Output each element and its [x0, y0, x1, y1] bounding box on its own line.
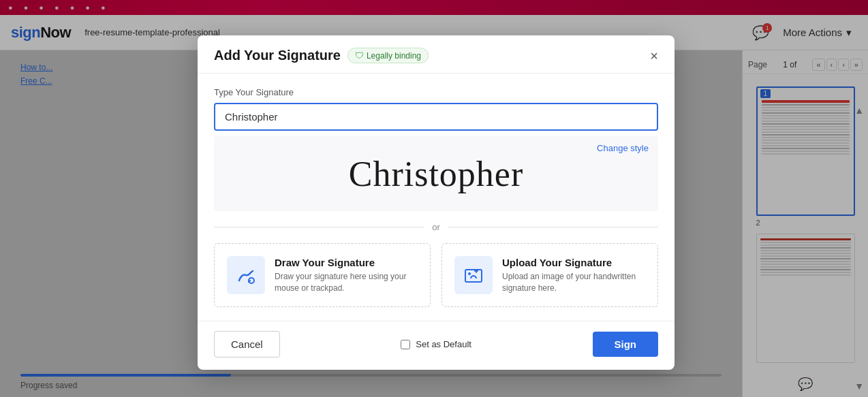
modal-body: Type Your Signature Change style Christo… [198, 74, 675, 321]
draw-icon [227, 256, 265, 294]
signature-text-input[interactable] [214, 103, 658, 131]
divider-text: or [432, 222, 440, 232]
modal-header: Add Your Signature 🛡 Legally binding × [198, 35, 675, 74]
upload-option-desc: Upload an image of your handwritten sign… [502, 271, 645, 294]
divider-right [448, 227, 658, 227]
content-area: How to... Free C... Progress saved Page … [0, 50, 868, 397]
draw-signature-option[interactable]: Draw Your Signature Draw your signature … [214, 243, 431, 307]
alt-options: Draw Your Signature Draw your signature … [214, 243, 658, 307]
shield-icon: 🛡 [355, 50, 364, 61]
divider-row: or [214, 222, 658, 232]
set-as-default-label: Set as Default [416, 339, 471, 349]
sign-button[interactable]: Sign [593, 332, 659, 357]
legally-binding-badge: 🛡 Legally binding [347, 48, 429, 63]
cancel-button[interactable]: Cancel [214, 331, 280, 358]
divider-left [214, 227, 424, 227]
legally-binding-text: Legally binding [367, 51, 421, 61]
modal-overlay: Add Your Signature 🛡 Legally binding × T… [0, 0, 868, 397]
draw-option-title: Draw Your Signature [275, 257, 418, 268]
upload-signature-option[interactable]: Upload Your Signature Upload an image of… [441, 243, 658, 307]
default-checkbox-row: Set as Default [290, 339, 583, 349]
upload-option-title: Upload Your Signature [502, 257, 645, 268]
modal-footer: Cancel Set as Default Sign [198, 321, 675, 370]
set-as-default-checkbox[interactable] [401, 340, 410, 349]
svg-point-2 [468, 272, 471, 275]
close-button[interactable]: × [650, 49, 658, 63]
modal-title: Add Your Signature [214, 48, 341, 63]
type-signature-label: Type Your Signature [214, 87, 658, 97]
signature-cursive-text: Christopher [349, 154, 524, 194]
draw-option-desc: Draw your signature here using your mous… [275, 271, 418, 294]
upload-icon [454, 256, 493, 294]
signature-preview: Change style Christopher [214, 136, 658, 211]
change-style-link[interactable]: Change style [597, 143, 649, 153]
signature-modal: Add Your Signature 🛡 Legally binding × T… [198, 35, 675, 370]
